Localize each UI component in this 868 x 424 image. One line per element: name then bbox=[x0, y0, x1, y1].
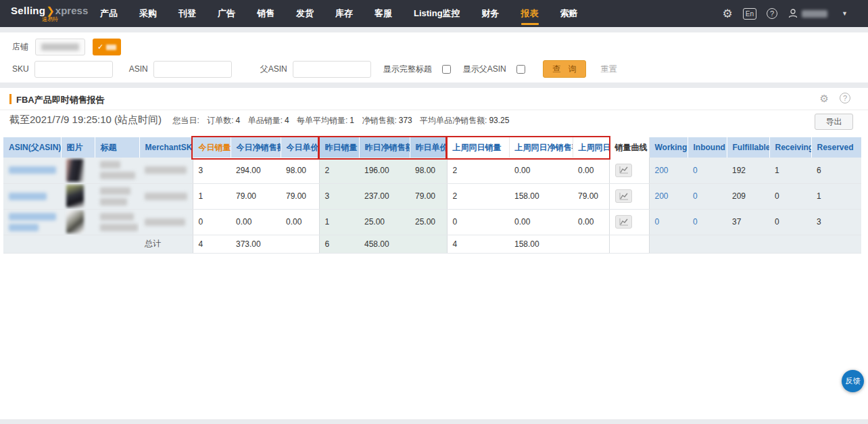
inbound-qty-link[interactable]: 0 bbox=[688, 209, 727, 235]
sales-curve-button[interactable] bbox=[615, 164, 632, 177]
asin-link-redacted[interactable] bbox=[3, 158, 61, 183]
nav-item-listing-monitor[interactable]: Listing监控 bbox=[403, 0, 471, 27]
nav-item-claims[interactable]: 索赔 bbox=[550, 0, 589, 27]
app-logo[interactable]: Selling ❯ xpress 速易特 bbox=[0, 5, 89, 22]
today-qty: 0 bbox=[193, 209, 231, 235]
asin-link-redacted[interactable] bbox=[3, 209, 61, 235]
help-icon[interactable]: ? bbox=[767, 8, 777, 19]
settings-gear-icon[interactable]: ⚙ bbox=[723, 8, 733, 20]
total-lastweek-qty: 4 bbox=[447, 235, 509, 253]
show-full-title-checkbox[interactable] bbox=[442, 65, 451, 74]
asin-input[interactable] bbox=[153, 61, 232, 78]
reset-link[interactable]: 重置 bbox=[601, 64, 617, 75]
shop-name-redacted bbox=[41, 43, 79, 51]
working-qty-link[interactable]: 200 bbox=[649, 183, 688, 209]
today-unit-price: 98.00 bbox=[281, 158, 319, 183]
nav-item-finance[interactable]: 财务 bbox=[471, 0, 510, 27]
chart-line-icon bbox=[619, 193, 628, 200]
title-redacted bbox=[95, 209, 139, 235]
caret-down-icon[interactable]: ▼ bbox=[842, 10, 848, 17]
parent-asin-input[interactable] bbox=[293, 61, 371, 78]
confirm-label-redacted bbox=[106, 45, 116, 50]
user-account-menu[interactable] bbox=[788, 8, 827, 19]
col-header-today-net-sales[interactable]: 今日净销售额 bbox=[231, 137, 281, 158]
col-header-yesterday-net-sales[interactable]: 昨日净销售额 bbox=[359, 137, 410, 158]
today-net-sales: 294.00 bbox=[231, 158, 281, 183]
working-qty-link[interactable]: 0 bbox=[649, 209, 688, 235]
sku-input[interactable] bbox=[34, 61, 113, 78]
total-label: 总计 bbox=[139, 235, 193, 253]
nav-item-listing[interactable]: 刊登 bbox=[168, 0, 207, 27]
shop-filter-row: 店铺 ✓ bbox=[12, 39, 121, 55]
col-header-yesterday-qty[interactable]: 昨日销量 bbox=[319, 137, 359, 158]
title-redacted bbox=[95, 158, 139, 183]
inbound-qty-link[interactable]: 0 bbox=[688, 158, 727, 183]
filter-panel: 店铺 ✓ SKU ASIN 父ASIN 显示完整标题 显示父ASIN 查 询 重… bbox=[0, 32, 868, 83]
nav-item-products[interactable]: 产品 bbox=[89, 0, 128, 27]
checkmark-icon: ✓ bbox=[97, 43, 103, 51]
nav-item-service[interactable]: 客服 bbox=[364, 0, 403, 27]
col-header-yesterday-unit-price[interactable]: 昨日单价 bbox=[410, 137, 447, 158]
lastweek-net-sales: 0.00 bbox=[509, 158, 573, 183]
nav-right-icons: ⚙ En ? ▼ bbox=[723, 8, 868, 20]
working-qty-link[interactable]: 200 bbox=[649, 158, 688, 183]
col-header-lastweek-net-sales[interactable]: 上周同日净销售额 bbox=[509, 137, 573, 158]
title-accent-bar bbox=[9, 94, 11, 104]
nav-item-purchase[interactable]: 采购 bbox=[128, 0, 168, 27]
nav-item-inventory[interactable]: 库存 bbox=[324, 0, 364, 27]
shop-select[interactable] bbox=[35, 39, 85, 55]
receiving-qty: 0 bbox=[769, 209, 811, 235]
col-header-sales-curve: 销量曲线 bbox=[609, 137, 649, 158]
today-unit-price: 0.00 bbox=[281, 209, 319, 235]
product-image-redacted bbox=[61, 183, 95, 209]
col-header-fulfillable: Fulfillable bbox=[727, 137, 769, 158]
total-lastweek-net-sales: 158.00 bbox=[509, 235, 573, 253]
today-qty: 1 bbox=[193, 183, 231, 209]
sales-curve-button[interactable] bbox=[615, 215, 632, 229]
shop-confirm-button[interactable]: ✓ bbox=[93, 39, 121, 55]
report-title: FBA产品即时销售报告 bbox=[16, 94, 105, 106]
export-button[interactable]: 导出 bbox=[815, 114, 853, 130]
query-button[interactable]: 查 询 bbox=[543, 60, 586, 78]
orders-label: 订单数: bbox=[207, 116, 233, 125]
nav-item-shipping[interactable]: 发货 bbox=[285, 0, 324, 27]
show-parent-asin-label: 显示父ASIN bbox=[463, 64, 506, 75]
language-icon[interactable]: En bbox=[743, 8, 756, 20]
col-header-today-qty-sort[interactable]: 今日销量▼ bbox=[193, 137, 231, 158]
show-parent-asin-checkbox[interactable] bbox=[516, 65, 525, 74]
total-today-qty: 4 bbox=[193, 235, 231, 253]
table-row: 1 79.00 79.00 3 237.00 79.00 2 158.00 79… bbox=[3, 183, 861, 209]
panel-help-icon[interactable]: ? bbox=[840, 93, 850, 103]
fulfillable-qty: 37 bbox=[727, 209, 769, 235]
total-today-net-sales: 373.00 bbox=[231, 235, 281, 253]
col-header-lastweek-qty[interactable]: 上周同日销量 bbox=[447, 137, 509, 158]
column-settings-icon[interactable]: ⚙ bbox=[820, 93, 829, 103]
col-header-title: 标题 bbox=[95, 137, 139, 158]
table-row: 3 294.00 98.00 2 196.00 98.00 2 0.00 0.0… bbox=[3, 158, 861, 183]
col-header-today-unit-price[interactable]: 今日单价 bbox=[281, 137, 319, 158]
username-redacted bbox=[802, 10, 827, 18]
asin-link-redacted[interactable] bbox=[3, 183, 61, 209]
today-net-sales: 79.00 bbox=[231, 183, 281, 209]
col-header-receiving: Receiving bbox=[769, 137, 811, 158]
sales-curve-cell bbox=[609, 209, 649, 235]
sales-curve-button[interactable] bbox=[615, 189, 632, 203]
lastweek-net-sales: 0.00 bbox=[509, 209, 573, 235]
lastweek-net-sales: 158.00 bbox=[509, 183, 573, 209]
nav-item-sales[interactable]: 销售 bbox=[246, 0, 285, 27]
report-panel: FBA产品即时销售报告 ⚙ ? 截至2021/7/9 19:25:10 (站点时… bbox=[0, 88, 868, 419]
col-header-inbound: Inbound bbox=[688, 137, 727, 158]
col-header-working: Working bbox=[649, 137, 688, 158]
nav-item-ads[interactable]: 广告 bbox=[207, 0, 246, 27]
feedback-button[interactable]: 反馈 bbox=[842, 370, 864, 392]
nav-item-reports[interactable]: 报表 bbox=[510, 0, 550, 27]
col-header-lastweek-unit-price[interactable]: 上周同日单价 bbox=[573, 137, 609, 158]
summary-row: 截至2021/7/9 19:25:10 (站点时间) 您当日: 订单数:4 单品… bbox=[9, 114, 859, 135]
inbound-qty-link[interactable]: 0 bbox=[688, 183, 727, 209]
search-filter-row: SKU ASIN 父ASIN 显示完整标题 显示父ASIN 查 询 重置 bbox=[12, 60, 617, 78]
today-net-sales: 0.00 bbox=[231, 209, 281, 235]
today-unit-price: 79.00 bbox=[281, 183, 319, 209]
yesterday-net-sales: 196.00 bbox=[359, 158, 410, 183]
lastweek-unit-price: 0.00 bbox=[573, 209, 609, 235]
fulfillable-qty: 209 bbox=[727, 183, 769, 209]
